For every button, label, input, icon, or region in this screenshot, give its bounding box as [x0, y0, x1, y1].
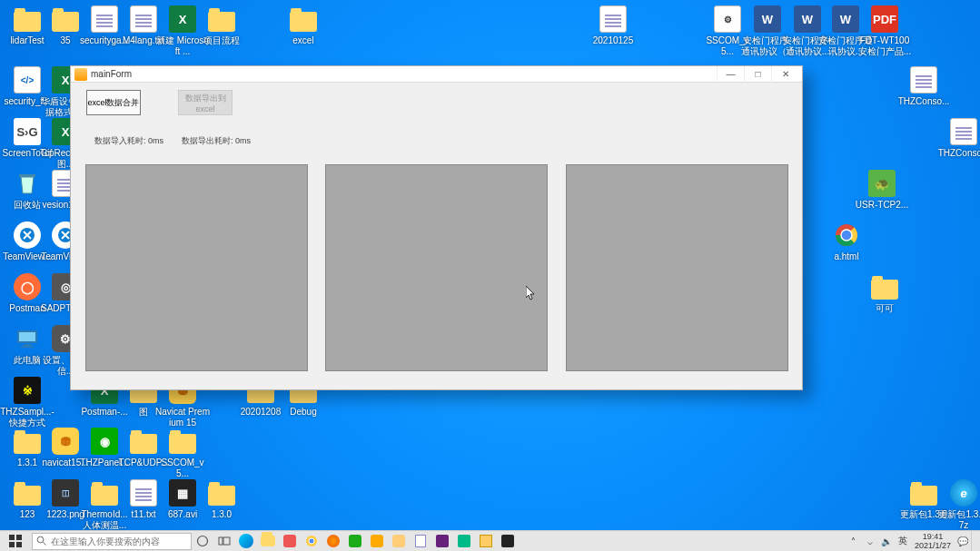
tb-edge[interactable]: [235, 531, 257, 551]
svg-point-18: [198, 536, 208, 546]
notifications-icon[interactable]: 💬: [955, 531, 971, 551]
xml-icon: </>: [13, 65, 42, 94]
icon-label: 20210125: [586, 35, 640, 46]
minimize-button[interactable]: —: [717, 66, 744, 83]
close-button[interactable]: ✕: [771, 66, 798, 83]
xls-icon: X: [168, 5, 197, 34]
icon-label: FDT-WT100安检门产品...: [857, 35, 912, 57]
icon-label: Navicat Premium 15: [155, 407, 210, 428]
desktop-icon[interactable]: PDFFDT-WT100安检门产品...: [866, 5, 904, 57]
tb-notepad[interactable]: [410, 531, 431, 551]
icon-label: 可可: [857, 303, 912, 314]
folder-icon: [13, 5, 42, 34]
app-icon: ※: [13, 376, 42, 405]
folder-icon: [90, 478, 119, 507]
icon-label: Debug: [276, 407, 331, 418]
folder-icon: [207, 5, 236, 34]
tb-chrome[interactable]: [301, 531, 322, 551]
titlebar[interactable]: mainForm — □ ✕: [71, 66, 802, 83]
tb-wechat[interactable]: [344, 531, 366, 551]
txt-icon: [909, 65, 938, 94]
svg-rect-11: [21, 346, 34, 348]
svg-line-17: [44, 543, 46, 546]
desktop-icon[interactable]: a.html: [827, 221, 866, 262]
desktop-icon[interactable]: ※THZSampl...-快捷方式: [8, 376, 46, 428]
doc-icon: W: [831, 5, 860, 34]
icon-label: 项目流程: [194, 35, 249, 46]
maximize-button[interactable]: □: [744, 66, 771, 83]
search-icon: [36, 536, 47, 546]
svg-rect-13: [16, 535, 22, 540]
tb-vpn[interactable]: [279, 531, 301, 551]
icon-label: SSCOM_v5...: [155, 458, 210, 479]
export-excel-button[interactable]: 数据导出到excel: [178, 90, 233, 115]
panel-right: [566, 164, 788, 371]
chrome-icon: [832, 221, 861, 250]
folder-icon: [13, 427, 42, 456]
desktop-icon[interactable]: 20210125: [594, 5, 632, 46]
postman-icon: ◯: [13, 272, 42, 301]
panel-left: [85, 164, 308, 371]
tray-wifi-icon[interactable]: ⌵: [862, 531, 878, 551]
desktop-icon[interactable]: X新建 Microsoft ...: [163, 5, 202, 57]
icon-label: USR-TCP2...: [855, 200, 909, 211]
folder-icon: [168, 427, 197, 456]
tray-sound-icon[interactable]: 🔈: [878, 531, 895, 551]
tb-app1[interactable]: [366, 531, 388, 551]
svg-rect-9: [19, 332, 35, 341]
folder-icon: [51, 5, 80, 34]
desktop-icon[interactable]: 🐢USR-TCP2...: [863, 169, 901, 211]
desktop-icon[interactable]: ThermoId...人体测温...: [85, 478, 124, 531]
export-time-label: 数据导出耗时: 0ms: [182, 135, 251, 147]
tb-terminal[interactable]: [497, 531, 519, 551]
mainform-window[interactable]: mainForm — □ ✕ excel数据合并 数据导出到excel 数据导入…: [70, 65, 803, 390]
desktop-icon[interactable]: 项目流程: [203, 5, 241, 46]
tv-icon: [13, 221, 42, 250]
svg-rect-19: [219, 537, 223, 545]
folder-icon: [870, 272, 899, 301]
import-time-label: 数据导入耗时: 0ms: [94, 135, 163, 147]
app-icon: ◉: [90, 427, 119, 456]
clock-time: 19:41: [923, 532, 944, 541]
desktop-icon[interactable]: 可可: [866, 272, 904, 314]
icon-label: 1.3.0: [194, 509, 249, 520]
tray-up-icon[interactable]: ˄: [846, 531, 862, 551]
desktop-icon[interactable]: 1.3.0: [203, 478, 241, 520]
tb-app4[interactable]: [475, 531, 497, 551]
search-input[interactable]: [51, 536, 187, 546]
folder-icon: [129, 427, 158, 456]
desktop[interactable]: lidarTest35securityga...M4lang.txtX新建 Mi…: [0, 0, 980, 551]
pc-icon: [13, 324, 42, 353]
desktop-icon[interactable]: e更新包1.3.0.7z: [945, 478, 980, 531]
desktop-icon[interactable]: SSCOM_v5...: [163, 427, 202, 479]
panel-middle: [325, 164, 548, 371]
app-icon: S›G: [13, 117, 42, 146]
svg-rect-15: [16, 542, 22, 547]
tb-firefox[interactable]: [322, 531, 344, 551]
taskbar-clock[interactable]: 19:41 2021/1/27: [911, 532, 955, 550]
svg-rect-12: [9, 535, 15, 540]
png-icon: ◫: [51, 478, 80, 507]
tb-app2[interactable]: [388, 531, 410, 551]
desktop-icon[interactable]: THZConso...: [945, 117, 980, 159]
desktop-icon[interactable]: excel: [284, 5, 322, 46]
taskview-icon[interactable]: [213, 531, 235, 551]
tray-ime-icon[interactable]: 英: [895, 531, 911, 551]
cortana-icon[interactable]: [192, 531, 213, 551]
tb-app3[interactable]: [453, 531, 475, 551]
tb-vs[interactable]: [431, 531, 453, 551]
excel-merge-button[interactable]: excel数据合并: [86, 90, 141, 115]
app-icon: 🐢: [867, 169, 896, 198]
desktop-icon[interactable]: THZConso...: [905, 65, 943, 107]
show-desktop-button[interactable]: [971, 531, 976, 551]
txt-icon: [129, 478, 158, 507]
taskbar-search[interactable]: [32, 533, 192, 550]
clock-date: 2021/1/27: [915, 541, 951, 550]
icon-label: a.html: [819, 251, 874, 262]
tb-explorer[interactable]: [257, 531, 279, 551]
start-button[interactable]: [0, 531, 31, 551]
svg-point-16: [37, 536, 44, 543]
doc-icon: W: [753, 5, 782, 34]
recycle-icon: [13, 169, 42, 198]
pdf-icon: PDF: [870, 5, 899, 34]
